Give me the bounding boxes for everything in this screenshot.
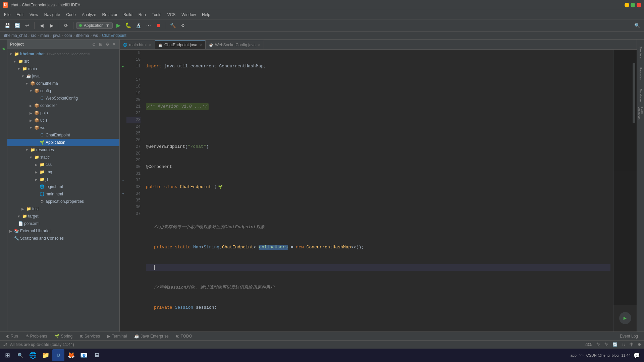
breadcrumb-src[interactable]: src: [31, 33, 36, 38]
tab-close-icon[interactable]: ✕: [149, 43, 151, 47]
taskbar-expand-icon[interactable]: >>: [579, 353, 584, 357]
tab-close-icon[interactable]: ✕: [258, 43, 260, 47]
code-editor[interactable]: ▶ ▼ ▼: [120, 50, 637, 331]
tree-item-itheima-chat[interactable]: ▼ 📁 itheima_chat D:\workspace_idea\chat\…: [7, 50, 119, 58]
breadcrumb-java[interactable]: java: [53, 33, 60, 38]
line-ending[interactable]: 英: [604, 342, 608, 348]
panel-close-icon[interactable]: ✕: [111, 42, 117, 47]
panel-settings-icon[interactable]: ⚙: [105, 42, 110, 47]
todo-tool-tab[interactable]: 6: TODO: [173, 333, 196, 340]
search-taskbar-icon[interactable]: 🔍: [14, 349, 26, 361]
tree-item-main[interactable]: ▼ 📁 main: [7, 65, 119, 72]
close-button[interactable]: [637, 3, 641, 7]
taskbar-mail-icon[interactable]: 📧: [78, 349, 90, 361]
database-tab[interactable]: Database: [637, 85, 644, 105]
back-button[interactable]: ◀: [37, 21, 46, 30]
tree-item-static[interactable]: ▼ 📁 static: [7, 154, 119, 161]
encoding-indicator[interactable]: 英: [596, 342, 600, 348]
panel-expand-icon[interactable]: ⊞: [98, 42, 103, 47]
menu-navigate[interactable]: Navigate: [42, 11, 63, 18]
favorites-tab[interactable]: Favorites: [637, 64, 644, 84]
menu-analyze[interactable]: Analyze: [79, 11, 99, 18]
tree-item-application-properties[interactable]: ⚙ application.properties: [7, 198, 119, 205]
fold-indicator[interactable]: ▼: [122, 179, 124, 182]
tree-item-pom[interactable]: 📄 pom.xml: [7, 220, 119, 227]
tree-item-js[interactable]: ▶ 📁 js: [7, 176, 119, 183]
tree-item-websocketconfig[interactable]: C WebSocketConfig: [7, 95, 119, 102]
tree-item-chatendpoint[interactable]: C ChatEndpoint: [7, 131, 119, 139]
run-configuration[interactable]: Application ▼: [76, 22, 113, 29]
taskbar-ie-icon[interactable]: 🌐: [27, 349, 39, 361]
tree-item-ws[interactable]: ▼ 📦 ws: [7, 124, 119, 131]
undo-button[interactable]: ↩: [23, 21, 32, 30]
structure-tab[interactable]: Structure: [637, 42, 644, 62]
java-enterprise-tool-tab[interactable]: ☕ Java Enterprise: [131, 333, 172, 340]
menu-window[interactable]: Window: [179, 11, 199, 18]
tree-item-resources[interactable]: ▼ 📁 resources: [7, 146, 119, 154]
tab-websocketconfig[interactable]: ☕ WebSocketConfig.java ✕: [206, 40, 264, 49]
tree-item-com-itheima[interactable]: ▼ 📦 com.itheima: [7, 80, 119, 87]
spring-tool-tab[interactable]: 🌱 Spring: [51, 333, 76, 340]
project-tab-icon[interactable]: P: [0, 42, 7, 56]
run-coverage-button[interactable]: 🔬: [134, 21, 143, 30]
sync-button[interactable]: 🔄: [13, 21, 21, 30]
forward-button[interactable]: ▶: [47, 21, 56, 30]
breadcrumb-itheima[interactable]: itheima: [76, 33, 89, 38]
run-tool-tab[interactable]: 4: Run: [3, 333, 21, 340]
fold-indicator[interactable]: ▼: [122, 192, 124, 195]
taskbar-idea-icon[interactable]: IJ: [52, 349, 64, 361]
terminal-tool-tab[interactable]: ▶ Terminal: [104, 333, 130, 340]
tree-item-css[interactable]: ▶ 📁 css: [7, 161, 119, 168]
debug-button[interactable]: 🐛: [124, 21, 133, 30]
breadcrumb-main[interactable]: main: [40, 33, 49, 38]
tree-item-img[interactable]: ▶ 📁 img: [7, 168, 119, 176]
tab-main-html[interactable]: 🌐 main.html ✕: [120, 40, 155, 49]
tree-item-pojo[interactable]: ▶ 📦 pojo: [7, 109, 119, 117]
breadcrumb-project[interactable]: itheima_chat: [4, 33, 27, 38]
scrollbar-thumb[interactable]: [633, 63, 635, 123]
menu-view[interactable]: View: [27, 11, 41, 18]
tree-item-java[interactable]: ▼ ☕ java: [7, 72, 119, 80]
tree-item-external-libraries[interactable]: ▶ 📚 External Libraries: [7, 227, 119, 235]
breadcrumb-chatendpoint[interactable]: ChatEndpoint: [102, 33, 126, 38]
tab-chatendpoint[interactable]: ☕ ChatEndpoint.java ✕: [155, 40, 206, 49]
menu-file[interactable]: File: [1, 11, 13, 18]
fold-indicator[interactable]: ▶: [122, 65, 124, 68]
menu-help[interactable]: Help: [199, 11, 213, 18]
menu-tools[interactable]: Tools: [149, 11, 164, 18]
settings-icon-right[interactable]: ⚙: [638, 342, 641, 347]
menu-vcs[interactable]: VCS: [165, 11, 178, 18]
menu-edit[interactable]: Edit: [14, 11, 26, 18]
tree-item-config[interactable]: ▼ 📦 config: [7, 87, 119, 95]
stop-button[interactable]: ⏹: [154, 21, 163, 30]
save-all-button[interactable]: 💾: [3, 21, 11, 30]
tree-item-application[interactable]: 🌱 Application: [7, 139, 119, 146]
search-everywhere-button[interactable]: 🔍: [633, 21, 641, 30]
panel-locate-icon[interactable]: ⊙: [91, 42, 97, 47]
tree-item-controller[interactable]: ▶ 📦 controller: [7, 102, 119, 109]
start-button[interactable]: ⊞: [1, 349, 13, 361]
maximize-button[interactable]: [631, 3, 635, 7]
revert-button[interactable]: ⟳: [62, 21, 70, 30]
taskbar-folder-icon[interactable]: 📁: [40, 349, 52, 361]
more-run-button[interactable]: ⋯: [144, 21, 153, 30]
menu-run[interactable]: Run: [136, 11, 149, 18]
event-log-tab[interactable]: Event Log: [616, 333, 641, 340]
menu-code[interactable]: Code: [63, 11, 78, 18]
tree-item-test[interactable]: ▶ 📁 test: [7, 205, 119, 213]
taskbar-firefox-icon[interactable]: 🦊: [65, 349, 77, 361]
tab-close-icon[interactable]: ✕: [199, 43, 202, 47]
open-settings-button[interactable]: ⚙: [179, 21, 187, 30]
tree-item-target[interactable]: ▼ 📁 target: [7, 213, 119, 220]
breadcrumb-com[interactable]: com: [64, 33, 72, 38]
run-button[interactable]: ▶: [114, 21, 123, 30]
menu-build[interactable]: Build: [121, 11, 135, 18]
tree-item-scratches[interactable]: 🔧 Scratches and Consoles: [7, 235, 119, 242]
tree-item-src[interactable]: ▼ 📁 src: [7, 58, 119, 65]
taskbar-monitor-icon[interactable]: 🖥: [91, 349, 103, 361]
problems-tool-tab[interactable]: ⚠ Problems: [22, 333, 51, 340]
tree-item-login-html[interactable]: 🌐 login.html: [7, 183, 119, 190]
menu-refactor[interactable]: Refactor: [100, 11, 120, 18]
tree-item-main-html[interactable]: 🌐 main.html: [7, 190, 119, 198]
run-gutter-button[interactable]: ▶: [619, 312, 631, 324]
